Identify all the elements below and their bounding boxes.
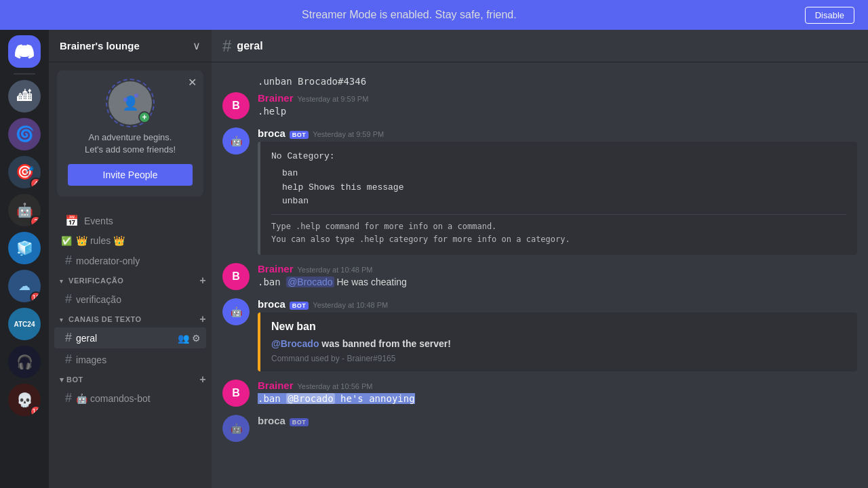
messages-container: .unban Brocado#4346 B Brainer Yesterday … (212, 62, 868, 488)
invite-close-button[interactable]: ✕ (188, 76, 197, 89)
images-label: images (76, 354, 106, 365)
streamer-mode-bar: Streamer Mode is enabled. Stay safe, fri… (0, 0, 868, 30)
ban-cmd: .ban (258, 277, 286, 287)
server-icon-3[interactable]: 🎯 4 (8, 156, 41, 188)
invite-dot-right (134, 94, 138, 98)
server-list: 🏙 🌀 🎯 4 🤖 2 🧊 ☁ 12 ATC24 🎧 💀 11 (0, 30, 49, 488)
message-content-brainer-ban: Brainer Yesterday at 10:48 PM .ban @Broc… (258, 263, 857, 290)
msg-text-brainer-ban2: .ban @Brocado he's annoying (258, 392, 857, 406)
chat-header-hash-icon: # (222, 37, 231, 56)
embed-cmd-help: help Shows this message (271, 181, 846, 195)
ban-embed-text: was banned from the server! (321, 338, 451, 349)
section-verificacao[interactable]: ▾ VERIFICAÇÃO + (49, 272, 212, 288)
invite-avatar: 👤 + (108, 81, 152, 125)
section-verificacao-add[interactable]: + (199, 274, 206, 287)
server-badge-3: 4 (30, 178, 41, 188)
server-icon-atc24[interactable]: ATC24 (8, 308, 41, 340)
hash-icon-images: # (65, 352, 72, 367)
server-chevron-icon: ∨ (193, 39, 201, 52)
message-meta-bot-help: broca BOT Yesterday at 9:59 PM (258, 127, 857, 139)
disable-streamer-mode-button[interactable]: Disable (805, 7, 854, 24)
message-group-bot-partial: 🤖 broca BOT (212, 412, 868, 445)
timestamp-bot-help: Yesterday at 9:59 PM (313, 130, 384, 138)
avatar-bot-ban: 🤖 (222, 298, 250, 325)
message-content-brainer-ban2: Brainer Yesterday at 10:56 PM .ban @Broc… (258, 380, 857, 407)
username-brainer-help: Brainer (258, 92, 294, 104)
channel-verificacao[interactable]: # verificação (54, 289, 206, 310)
msg-text-brainer-ban: .ban @Brocado He was cheating (258, 276, 857, 289)
hash-icon-geral: # (65, 331, 72, 345)
bot-badge-ban: BOT (290, 302, 309, 310)
message-meta-brainer-help: Brainer Yesterday at 9:59 PM (258, 92, 857, 104)
events-item[interactable]: 📅 Events (54, 210, 206, 231)
hash-icon: # (65, 253, 72, 268)
section-bot-label: ▾ BOT (60, 375, 83, 384)
members-icon[interactable]: 👥 (178, 333, 189, 344)
server-icon-8[interactable]: 🎧 (8, 346, 41, 378)
message-meta-brainer-ban2: Brainer Yesterday at 10:56 PM (258, 380, 857, 391)
avatar-brainer-help: B (222, 92, 250, 119)
events-label: Events (84, 216, 113, 226)
message-meta-bot-ban: broca BOT Yesterday at 10:48 PM (258, 298, 857, 310)
chat-channel-name: geral (237, 40, 262, 52)
section-canais[interactable]: ▾ CANAIS DE TEXTO + (49, 310, 212, 327)
timestamp-brainer-help: Yesterday at 9:59 PM (298, 95, 369, 103)
timestamp-bot-ban: Yesterday at 10:48 PM (313, 301, 388, 309)
moderator-only-label: moderator-only (76, 256, 140, 266)
hash-icon-verificacao: # (65, 292, 72, 306)
timestamp-brainer-ban: Yesterday at 10:48 PM (298, 266, 373, 274)
main-layout: 🏙 🌀 🎯 4 🤖 2 🧊 ☁ 12 ATC24 🎧 💀 11 (0, 30, 868, 488)
avatar-plus-icon: + (138, 111, 151, 123)
avatar-bot-partial: 🤖 (222, 415, 250, 442)
server-icon-2[interactable]: 🌀 (8, 118, 41, 150)
bot-badge-partial: BOT (290, 418, 309, 426)
ban-embed-meta: Command used by - Brainer#9165 (271, 354, 846, 363)
avatar-bot-help: 🤖 (222, 127, 250, 155)
avatar-brainer-ban: B (222, 263, 250, 290)
username-brainer-ban2: Brainer (258, 380, 294, 391)
message-content-brainer-help: Brainer Yesterday at 9:59 PM .help (258, 92, 857, 119)
channel-comandos-bot[interactable]: # 🤖 comandos-bot (54, 388, 206, 409)
message-group-brainer-ban2: B Brainer Yesterday at 10:56 PM .ban @Br… (212, 377, 868, 409)
username-bot-ban: broca (258, 298, 285, 310)
section-canais-add[interactable]: + (199, 313, 206, 325)
embed-cmd-ban: ban (271, 167, 846, 181)
bot-badge-help: BOT (290, 131, 309, 139)
avatar-container: 👤 + (68, 81, 193, 125)
server-icon-5[interactable]: 🧊 (8, 232, 41, 264)
embed-category: No Category: (271, 150, 846, 164)
ban-reason: He was cheating (334, 277, 407, 287)
chat-area: # geral .unban Brocado#4346 B Brainer Ye… (212, 30, 868, 488)
server-icon-1[interactable]: 🏙 (8, 80, 41, 113)
invite-people-button[interactable]: Invite People (68, 164, 193, 186)
geral-label: geral (76, 333, 97, 344)
username-brainer-ban: Brainer (258, 263, 294, 274)
server-icon-6[interactable]: ☁ 12 (8, 270, 41, 302)
channel-geral-icons: 👥 ⚙ (178, 333, 201, 344)
server-header[interactable]: Brainer's lounge ∨ (49, 30, 212, 62)
discord-home-icon[interactable] (8, 35, 41, 68)
section-bot[interactable]: ▾ BOT + (49, 371, 212, 387)
embed-divider (271, 214, 846, 215)
embed-hint-2: You can also type .help category for mor… (271, 233, 846, 246)
section-bot-add[interactable]: + (199, 373, 206, 386)
message-group-bot-ban: 🤖 broca BOT Yesterday at 10:48 PM New ba… (212, 296, 868, 374)
server-icon-4[interactable]: 🤖 2 (8, 194, 41, 226)
settings-icon[interactable]: ⚙ (192, 333, 201, 344)
invite-dot-left (123, 98, 127, 102)
message-meta-brainer-ban: Brainer Yesterday at 10:48 PM (258, 263, 857, 274)
server-badge-6: 12 (30, 291, 41, 302)
message-content-bot-partial: broca BOT (258, 415, 857, 442)
events-icon: 📅 (65, 214, 79, 227)
sidebar: Brainer's lounge ∨ ✕ 👤 + An adventure be… (49, 30, 212, 488)
channel-moderator-only[interactable]: # moderator-only (54, 250, 206, 271)
server-icon-9[interactable]: 💀 11 (8, 384, 41, 416)
channel-rules[interactable]: ✅ 👑 rules 👑 (54, 232, 206, 249)
verificacao-label: verificação (76, 294, 121, 305)
rules-icon: ✅ (61, 236, 72, 246)
server-badge-9: 11 (30, 405, 41, 416)
embed-cmd-unban: unban (271, 195, 846, 209)
msg-text-brainer-help: .help (258, 105, 857, 119)
channel-images[interactable]: # images (54, 349, 206, 370)
channel-geral[interactable]: # geral 👥 ⚙ (54, 327, 206, 348)
